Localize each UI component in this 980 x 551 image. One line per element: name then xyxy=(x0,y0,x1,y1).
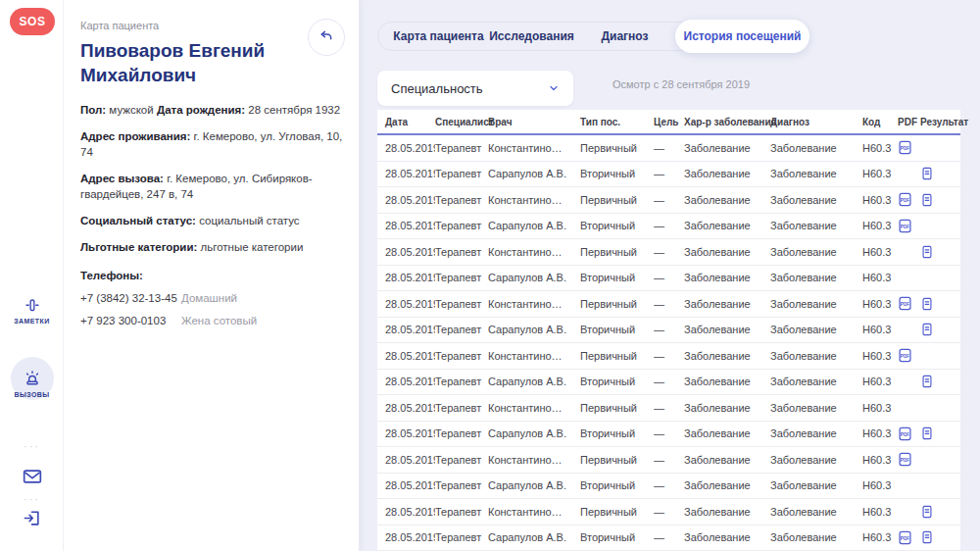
table-row[interactable]: 28.05.2019 Терапевт Сарапулов А.В. Втори… xyxy=(377,266,960,292)
table-row[interactable]: 28.05.2019 Терапевт Константино… Первичн… xyxy=(377,499,960,526)
cell-goal: — xyxy=(654,402,684,414)
cell-specialist: Терапевт xyxy=(435,479,488,491)
tab-patient-card[interactable]: Карта пациента xyxy=(392,29,485,43)
cell-visit-type: Первичный xyxy=(580,350,654,362)
cell-doctor: Константино… xyxy=(488,350,580,362)
result-document-icon xyxy=(920,401,960,415)
phones-label: Телефоны: xyxy=(80,268,343,283)
cell-disease-nature: Заболевание xyxy=(684,246,770,258)
col-result: Результат xyxy=(920,117,968,127)
result-document-icon[interactable] xyxy=(920,505,960,519)
mail-icon xyxy=(23,469,42,484)
birthdate-field: Дата рождения: 28 сентября 1932 xyxy=(157,103,340,118)
cell-code: H60.3 xyxy=(862,246,898,258)
result-document-icon[interactable] xyxy=(920,426,960,440)
pdf-document-icon: PDF xyxy=(898,375,920,389)
result-document-icon[interactable] xyxy=(920,167,960,180)
cell-specialist: Терапевт xyxy=(435,220,488,231)
pdf-document-icon: PDF xyxy=(898,400,920,415)
cell-disease-nature: Заболевание xyxy=(684,506,770,518)
back-button[interactable] xyxy=(308,19,345,56)
table-row[interactable]: 28.05.2019 Терапевт Константино… Первичн… xyxy=(377,187,960,214)
cell-goal: — xyxy=(654,246,684,258)
cell-doctor: Сарапулов А.В. xyxy=(488,168,580,179)
table-row[interactable]: 28.05.2019 Терапевт Константино… Первичн… xyxy=(377,239,960,266)
result-document-icon[interactable] xyxy=(920,530,960,544)
cell-specialist: Терапевт xyxy=(435,272,488,283)
pdf-document-icon[interactable]: PDF xyxy=(898,296,920,311)
gender-field: Пол: мужской xyxy=(80,103,157,118)
cell-code: H60.3 xyxy=(862,194,898,206)
table-row[interactable]: 28.05.2019 Терапевт Сарапулов А.В. Втори… xyxy=(377,162,960,188)
result-document-icon[interactable] xyxy=(920,193,960,207)
cell-code: H60.3 xyxy=(862,454,898,466)
col-specialist: Специалист xyxy=(435,117,488,127)
benefit-categories-field: Льготные категории: льготные категории xyxy=(80,239,343,255)
more-dots: ··· xyxy=(0,440,64,452)
cell-doctor: Сарапулов А.В. xyxy=(488,324,580,335)
sidebar-item-calls[interactable]: ВЫЗОВЫ xyxy=(0,357,64,398)
table-row[interactable]: 28.05.2019 Терапевт Сарапулов А.В. Втори… xyxy=(377,214,960,240)
pdf-document-icon[interactable]: PDF xyxy=(898,140,920,155)
cell-goal: — xyxy=(654,324,684,335)
main-content: Карта пациента Исследования Диагноз Исто… xyxy=(360,0,980,551)
result-document-icon[interactable] xyxy=(920,375,960,388)
cell-specialist: Терапевт xyxy=(435,402,488,414)
cell-code: H60.3 xyxy=(862,272,898,283)
tab-visit-history[interactable]: История посещений xyxy=(675,20,809,53)
cell-visit-type: Вторичный xyxy=(580,220,654,231)
cell-visit-type: Первичный xyxy=(580,454,654,466)
result-document-icon[interactable] xyxy=(920,297,960,311)
table-row[interactable]: 28.05.2019 Терапевт Сарапулов А.В. Втори… xyxy=(377,526,960,551)
table-row[interactable]: 28.05.2019 Терапевт Сарапулов А.В. Втори… xyxy=(377,474,960,500)
cell-doctor: Константино… xyxy=(488,402,580,414)
sidebar-item-notes[interactable]: ЗАМЕТКИ xyxy=(0,297,64,325)
col-goal: Цель xyxy=(654,117,684,127)
result-document-icon xyxy=(920,349,960,363)
table-row[interactable]: 28.05.2019 Терапевт Константино… Первичн… xyxy=(377,395,960,422)
cell-date: 28.05.2019 xyxy=(385,350,435,362)
sidebar-item-logout[interactable] xyxy=(0,509,64,527)
chevron-down-icon xyxy=(548,82,560,94)
pdf-document-icon: PDF xyxy=(898,504,920,519)
cell-doctor: Константино… xyxy=(488,194,580,206)
cell-diagnosis: Заболевание xyxy=(770,220,862,231)
pdf-document-icon[interactable]: PDF xyxy=(898,426,920,441)
pdf-document-icon[interactable]: PDF xyxy=(898,452,920,467)
cell-visit-type: Вторичный xyxy=(580,168,654,179)
cell-goal: — xyxy=(654,427,684,439)
table-row[interactable]: 28.05.2019 Терапевт Константино… Первичн… xyxy=(377,135,960,162)
specialty-dropdown[interactable]: Специальность xyxy=(377,71,573,106)
cell-specialist: Терапевт xyxy=(435,506,488,518)
table-row[interactable]: 28.05.2019 Терапевт Константино… Первичн… xyxy=(377,291,960,318)
result-document-icon[interactable] xyxy=(920,323,960,336)
pdf-document-icon[interactable]: PDF xyxy=(898,192,920,207)
table-row[interactable]: 28.05.2019 Терапевт Константино… Первичн… xyxy=(377,343,960,370)
cell-date: 28.05.2019 xyxy=(385,376,435,387)
pdf-document-icon[interactable]: PDF xyxy=(898,219,920,233)
tab-diagnosis[interactable]: Диагноз xyxy=(578,29,671,43)
result-document-icon[interactable] xyxy=(920,245,960,259)
table-row[interactable]: 28.05.2019 Терапевт Сарапулов А.В. Втори… xyxy=(377,318,960,344)
patient-panel: Карта пациента Пивоваров Евгений Михайло… xyxy=(65,0,360,551)
sidebar-item-mail[interactable] xyxy=(0,469,64,484)
pdf-document-icon: PDF xyxy=(898,271,920,285)
svg-text:PDF: PDF xyxy=(901,536,909,541)
pdf-document-icon[interactable]: PDF xyxy=(898,348,920,363)
cell-code: H60.3 xyxy=(862,376,898,387)
cell-disease-nature: Заболевание xyxy=(684,402,770,414)
cell-specialist: Терапевт xyxy=(435,427,488,439)
cell-doctor: Сарапулов А.В. xyxy=(488,427,580,439)
cell-date: 28.05.2019 xyxy=(385,479,435,491)
cell-doctor: Константино… xyxy=(488,298,580,310)
table-row[interactable]: 28.05.2019 Терапевт Константино… Первичн… xyxy=(377,447,960,474)
sos-button[interactable]: SOS xyxy=(10,8,55,35)
cell-visit-type: Первичный xyxy=(580,506,654,518)
cell-disease-nature: Заболевание xyxy=(684,376,770,387)
tab-research[interactable]: Исследования xyxy=(485,29,578,43)
cell-specialist: Терапевт xyxy=(435,531,488,543)
cell-disease-nature: Заболевание xyxy=(684,531,770,543)
table-row[interactable]: 28.05.2019 Терапевт Сарапулов А.В. Втори… xyxy=(377,422,960,448)
table-row[interactable]: 28.05.2019 Терапевт Сарапулов А.В. Втори… xyxy=(377,370,960,396)
pdf-document-icon[interactable]: PDF xyxy=(898,530,920,545)
